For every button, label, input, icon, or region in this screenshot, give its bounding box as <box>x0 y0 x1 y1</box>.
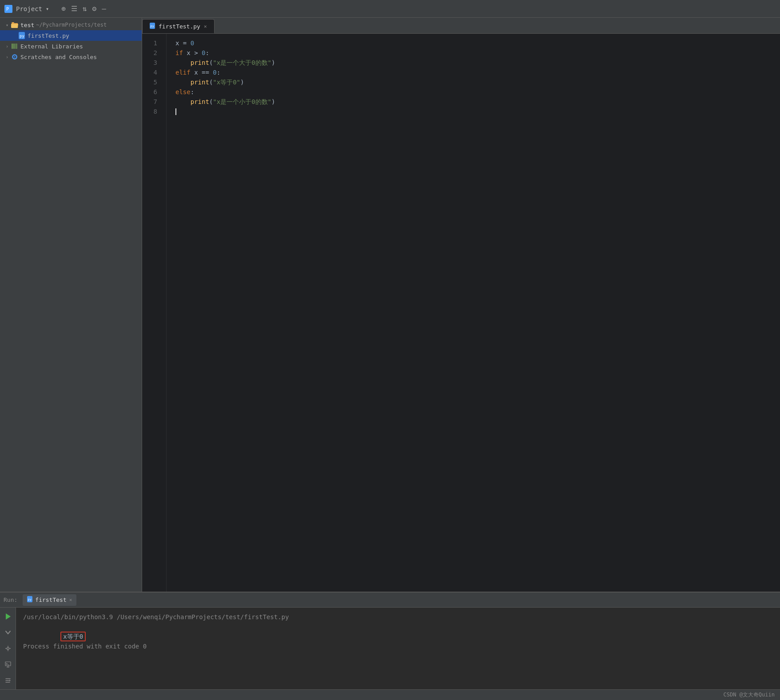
tab-close-button[interactable]: ✕ <box>204 24 207 29</box>
code-line-8 <box>175 107 771 116</box>
code-token: x == <box>191 68 213 77</box>
code-token: 0 <box>202 48 205 58</box>
sidebar-item-test-folder[interactable]: ▾ test ~/PycharmProjects/test <box>0 20 142 30</box>
run-tab-python-icon: py <box>27 596 32 604</box>
svg-rect-6 <box>15 44 17 49</box>
code-token: x <box>175 38 179 48</box>
svg-text:py: py <box>151 24 154 28</box>
status-bar-text: CSDN @文大奇Quiin <box>724 691 775 699</box>
library-icon <box>11 42 19 50</box>
scratches-icon <box>11 53 19 61</box>
folder-open-icon <box>11 21 19 29</box>
code-line-4: elif x == 0 : <box>175 68 771 77</box>
code-token: else <box>175 87 191 97</box>
svg-rect-4 <box>12 44 13 49</box>
title-bar-action-browse[interactable]: ⊕ <box>61 4 66 13</box>
run-label: Run: <box>4 597 17 603</box>
svg-marker-17 <box>9 680 11 681</box>
svg-point-9 <box>14 56 16 58</box>
sidebar-ext-lib-label: External Libraries <box>20 43 83 50</box>
code-token: 0 <box>191 38 194 48</box>
title-bar-action-structure[interactable]: ☰ <box>71 4 77 13</box>
title-bar-actions: ⊕ ☰ ⇅ ⚙ — <box>61 4 106 13</box>
code-editor[interactable]: 1 2 3 4 5 6 7 8 x = 0 <box>142 34 780 592</box>
svg-rect-5 <box>13 44 15 49</box>
code-token: ( <box>209 97 213 107</box>
sidebar-scratches-label: Scratches and Consoles <box>20 54 97 60</box>
scroll-down-button[interactable] <box>3 627 13 638</box>
chevron-right-scratches-icon: › <box>4 53 11 60</box>
console-output-line: x等于0 <box>23 622 773 632</box>
code-token <box>175 77 191 87</box>
run-play-button[interactable] <box>3 611 13 622</box>
code-token: ) <box>240 77 244 87</box>
code-token: ( <box>209 77 213 87</box>
chevron-right-icon: › <box>4 43 11 50</box>
sidebar-item-firsttest[interactable]: py firstTest.py <box>0 30 142 41</box>
title-bar-action-collapse[interactable]: — <box>102 4 106 13</box>
console-sidebar <box>0 608 16 689</box>
console-highlighted-output: x等于0 <box>60 632 86 641</box>
sidebar-item-scratches[interactable]: › Scratches and Consoles <box>0 52 142 62</box>
title-bar-action-scope[interactable]: ⇅ <box>83 4 87 13</box>
tab-firsttest[interactable]: py firstTest.py ✕ <box>142 19 215 33</box>
code-line-1: x = 0 <box>175 38 771 48</box>
code-token: elif <box>175 68 191 77</box>
console-body: /usr/local/bin/python3.9 /Users/wenqi/Py… <box>0 608 780 689</box>
editor-tabs: py firstTest.py ✕ <box>142 18 780 34</box>
code-token: ) <box>271 58 275 68</box>
title-bar-action-settings[interactable]: ⚙ <box>92 4 97 13</box>
svg-text:py: py <box>28 598 32 601</box>
run-panel: Run: py firstTest ✕ <box>0 592 780 689</box>
chevron-down-icon: ▾ <box>4 21 11 28</box>
run-tab-firsttest[interactable]: py firstTest ✕ <box>23 594 76 606</box>
settings-button[interactable] <box>3 643 13 654</box>
sidebar-test-folder-label: test <box>20 22 34 28</box>
code-token: ) <box>271 97 275 107</box>
code-token: if <box>175 48 183 58</box>
console-output: /usr/local/bin/python3.9 /Users/wenqi/Py… <box>16 608 780 689</box>
tab-python-icon: py <box>150 23 155 30</box>
line-num-3: 3 <box>142 58 161 68</box>
code-token: 0 <box>213 68 216 77</box>
code-token <box>175 97 191 107</box>
code-token: = <box>179 38 190 48</box>
code-line-6: else : <box>175 87 771 97</box>
code-token: print <box>191 97 209 107</box>
project-sidebar: ▾ test ~/PycharmProjects/test py <box>0 18 142 592</box>
line-num-5: 5 <box>142 77 161 87</box>
sidebar-item-external-libraries[interactable]: › External Libraries <box>0 41 142 52</box>
code-token: "x是一个小于0的数" <box>213 97 271 107</box>
console-exit-message: Process finished with exit code 0 <box>23 641 773 651</box>
code-line-3: print ( "x是一个大于0的数" ) <box>175 58 771 68</box>
code-token: : <box>205 48 209 58</box>
console-icon-button[interactable] <box>3 659 13 670</box>
align-icon-button[interactable] <box>3 675 13 686</box>
line-num-8: 8 <box>142 107 161 116</box>
code-line-7: print ( "x是一个小于0的数" ) <box>175 97 771 107</box>
text-cursor <box>175 108 176 115</box>
line-num-1: 1 <box>142 38 161 48</box>
line-num-6: 6 <box>142 87 161 97</box>
console-spacer <box>23 632 773 641</box>
title-bar-left: P Project ▾ ⊕ ☰ ⇅ ⚙ — <box>4 4 106 13</box>
svg-marker-14 <box>6 613 11 620</box>
code-line-5: print ( "x等于0" ) <box>175 77 771 87</box>
python-file-icon: py <box>18 32 26 40</box>
svg-text:P: P <box>6 7 9 12</box>
code-token: ( <box>209 58 213 68</box>
code-token: : <box>191 87 194 97</box>
title-bar: P Project ▾ ⊕ ☰ ⇅ ⚙ — <box>0 0 780 18</box>
run-tab-label: firstTest <box>35 597 66 603</box>
svg-text:py: py <box>20 34 24 38</box>
title-bar-dropdown[interactable]: ▾ <box>46 6 49 12</box>
code-token <box>175 58 191 68</box>
run-tab-close-button[interactable]: ✕ <box>69 597 72 603</box>
title-bar-project-label[interactable]: Project <box>16 5 42 12</box>
code-body[interactable]: x = 0 if x > 0 : print <box>167 34 780 592</box>
code-token: x > <box>183 48 202 58</box>
sidebar-test-path: ~/PycharmProjects/test <box>36 22 107 28</box>
project-icon: P <box>4 5 12 13</box>
sidebar-firsttest-label: firstTest.py <box>28 32 69 39</box>
code-token: "x等于0" <box>213 77 240 87</box>
